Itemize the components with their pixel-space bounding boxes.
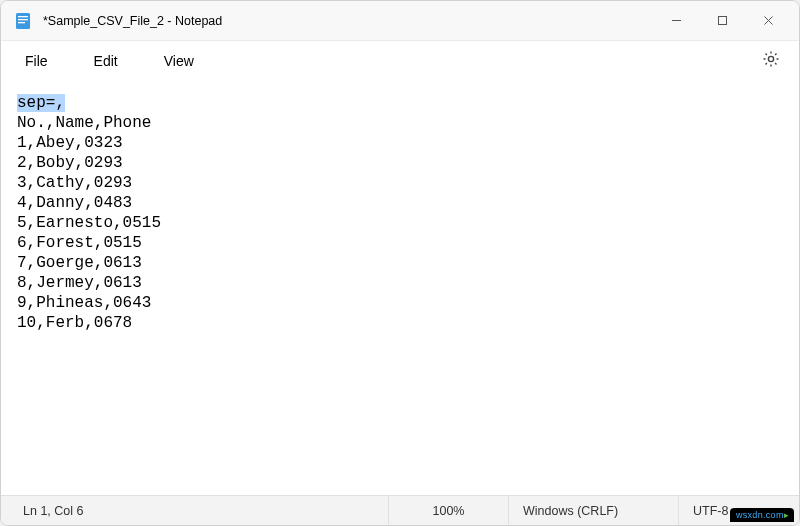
statusbar: Ln 1, Col 6 100% Windows (CRLF) UTF-8 bbox=[1, 495, 799, 525]
status-zoom: 100% bbox=[389, 496, 509, 525]
watermark: wsxdn.com▸ bbox=[730, 508, 794, 522]
status-line-ending: Windows (CRLF) bbox=[509, 496, 679, 525]
notepad-app-icon bbox=[13, 11, 33, 31]
svg-rect-2 bbox=[18, 19, 28, 20]
menu-file[interactable]: File bbox=[11, 47, 62, 75]
menu-view[interactable]: View bbox=[150, 47, 208, 75]
minimize-button[interactable] bbox=[653, 1, 699, 41]
window-title: *Sample_CSV_File_2 - Notepad bbox=[43, 14, 222, 28]
svg-rect-5 bbox=[718, 17, 726, 25]
settings-button[interactable] bbox=[753, 43, 789, 79]
selected-text: sep=, bbox=[17, 94, 65, 112]
menubar: File Edit View bbox=[1, 41, 799, 81]
maximize-button[interactable] bbox=[699, 1, 745, 41]
close-button[interactable] bbox=[745, 1, 791, 41]
notepad-window: *Sample_CSV_File_2 - Notepad File Edit V… bbox=[0, 0, 800, 526]
svg-rect-1 bbox=[18, 16, 28, 17]
window-controls bbox=[653, 1, 791, 41]
menu-edit[interactable]: Edit bbox=[80, 47, 132, 75]
svg-rect-3 bbox=[18, 22, 25, 23]
status-position: Ln 1, Col 6 bbox=[1, 496, 389, 525]
svg-point-8 bbox=[768, 56, 773, 61]
editor-content: No.,Name,Phone 1,Abey,0323 2,Boby,0293 3… bbox=[17, 114, 161, 332]
gear-icon bbox=[762, 50, 780, 72]
svg-rect-0 bbox=[16, 13, 30, 29]
text-editor[interactable]: sep=, No.,Name,Phone 1,Abey,0323 2,Boby,… bbox=[1, 81, 799, 495]
titlebar: *Sample_CSV_File_2 - Notepad bbox=[1, 1, 799, 41]
